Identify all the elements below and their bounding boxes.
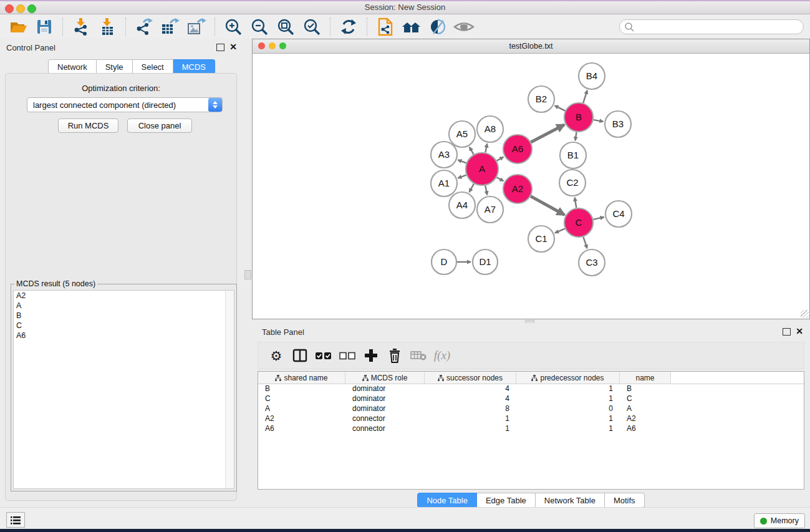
tab-network[interactable]: Network	[48, 59, 97, 74]
window-resize-grip[interactable]	[801, 310, 809, 318]
criterion-dropdown[interactable]: largest connected component (directed)	[27, 97, 223, 112]
tab-select[interactable]: Select	[133, 59, 173, 74]
zoom-fit-icon[interactable]	[272, 16, 299, 37]
float-panel-icon[interactable]	[216, 44, 224, 51]
table-cell[interactable]: A	[258, 404, 345, 414]
new-session-from-file-icon[interactable]	[372, 16, 398, 37]
graph-edge-C-C2[interactable]	[575, 198, 577, 208]
add-column-icon[interactable]	[359, 344, 383, 367]
zoom-out-icon[interactable]	[246, 16, 272, 37]
graph-edge-A2-C[interactable]	[531, 196, 564, 215]
show-columns-icon[interactable]	[288, 344, 312, 367]
graph-edge-B-B1[interactable]	[576, 132, 577, 141]
mcds-result-item[interactable]: B	[14, 311, 234, 321]
table-cell[interactable]: C	[620, 394, 671, 404]
table-cell[interactable]: A6	[620, 424, 671, 434]
refresh-icon[interactable]	[335, 16, 362, 37]
export-network-icon[interactable]	[131, 16, 157, 37]
close-panel-icon[interactable]: ✕	[229, 42, 237, 52]
network-canvas[interactable]: B4B2BB3A8A5A6A3B1AA1C2A2A4A7C4CC1C3DD1	[253, 54, 809, 319]
float-panel-icon[interactable]	[783, 328, 791, 336]
graph-edge-B-B2[interactable]	[555, 105, 566, 110]
show-hide-icon[interactable]	[451, 16, 477, 37]
mcds-result-item[interactable]: A6	[14, 331, 234, 341]
table-cell[interactable]: 1	[516, 384, 620, 394]
table-cell[interactable]: A	[620, 404, 671, 414]
mcds-result-list[interactable]: A2ABCA6	[13, 290, 234, 489]
home-icon[interactable]	[398, 16, 425, 37]
zoom-in-icon[interactable]	[220, 16, 246, 37]
graph-edge-A-A1[interactable]	[458, 175, 466, 178]
task-history-button[interactable]	[6, 512, 25, 528]
zoom-selected-icon[interactable]	[299, 16, 325, 37]
search-input[interactable]	[635, 21, 803, 32]
tab-edge-table[interactable]: Edge Table	[477, 493, 536, 508]
table-cell[interactable]: dominator	[345, 404, 425, 414]
tab-style[interactable]: Style	[97, 59, 133, 74]
network-canvas-svg[interactable]: B4B2BB3A8A5A6A3B1AA1C2A2A4A7C4CC1C3DD1	[253, 54, 809, 319]
table-cell[interactable]: 1	[516, 394, 620, 404]
table-cell[interactable]: B	[258, 384, 345, 394]
mcds-result-item[interactable]: A	[14, 301, 234, 311]
import-table-icon[interactable]	[94, 16, 120, 37]
table-cell[interactable]: 8	[425, 404, 516, 414]
table-cell[interactable]: 4	[425, 384, 516, 394]
graph-edge-B-B3[interactable]	[594, 120, 604, 122]
save-session-icon[interactable]	[31, 16, 57, 37]
graph-edge-A6-B[interactable]	[531, 125, 564, 142]
network-window-titlebar[interactable]: testGlobe.txt	[253, 39, 809, 54]
delete-column-icon[interactable]	[383, 344, 407, 367]
table-cell[interactable]: C	[258, 394, 345, 404]
export-table-icon[interactable]	[157, 16, 183, 37]
graph-edge-C-C3[interactable]	[583, 237, 587, 248]
graph-edge-A-A8[interactable]	[485, 144, 487, 153]
graph-edge-A-A3[interactable]	[458, 160, 466, 163]
table-cell[interactable]: 4	[425, 394, 516, 404]
table-cell[interactable]: B	[620, 384, 671, 394]
graph-edge-C-C4[interactable]	[593, 217, 604, 220]
column-header-name[interactable]: name	[620, 372, 671, 384]
column-header-successor-nodes[interactable]: successor nodes	[425, 372, 516, 384]
graph-edge-A-A4[interactable]	[470, 184, 474, 192]
deselect-all-icon[interactable]	[335, 344, 359, 367]
table-cell[interactable]: 1	[516, 414, 620, 424]
table-cell[interactable]: 1	[425, 414, 516, 424]
function-builder-icon[interactable]: f(x)	[430, 344, 454, 367]
close-panel-icon[interactable]: ✕	[796, 326, 803, 336]
graph-edge-A-A6[interactable]	[497, 157, 504, 161]
vertical-splitter[interactable]	[243, 39, 252, 507]
column-header-MCDS-role[interactable]: MCDS role	[345, 372, 425, 384]
graph-edge-A-A7[interactable]	[485, 185, 487, 195]
column-header-shared-name[interactable]: shared name	[258, 372, 345, 384]
column-header-predecessor-nodes[interactable]: predecessor nodes	[516, 372, 620, 384]
tab-mcds[interactable]: MCDS	[173, 59, 215, 74]
delete-table-icon[interactable]	[407, 344, 430, 367]
mcds-result-item[interactable]: A2	[14, 291, 234, 301]
table-cell[interactable]: connector	[345, 414, 425, 424]
table-cell[interactable]: 0	[516, 404, 620, 414]
memory-button[interactable]: Memory	[754, 513, 805, 528]
table-cell[interactable]: A6	[258, 424, 345, 434]
toggle-style-icon[interactable]	[425, 16, 451, 37]
table-cell[interactable]: A2	[258, 414, 345, 424]
tab-node-table[interactable]: Node Table	[417, 493, 477, 508]
table-cell[interactable]: dominator	[345, 384, 425, 394]
open-session-icon[interactable]	[5, 16, 31, 37]
table-settings-icon[interactable]: ⚙	[264, 344, 288, 367]
table-cell[interactable]: connector	[345, 424, 425, 434]
table-cell[interactable]: 1	[516, 424, 620, 434]
tab-motifs[interactable]: Motifs	[605, 493, 645, 508]
close-panel-button[interactable]: Close panel	[127, 118, 192, 133]
mcds-result-item[interactable]: C	[14, 321, 234, 331]
graph-edge-B-B4[interactable]	[583, 90, 587, 103]
graph-edge-A-A2[interactable]	[497, 177, 504, 181]
mcds-list-scrollbar[interactable]	[225, 291, 234, 488]
table-cell[interactable]: 1	[425, 424, 516, 434]
export-image-icon[interactable]	[183, 16, 210, 37]
import-network-icon[interactable]	[68, 16, 94, 37]
graph-edge-A-A5[interactable]	[470, 147, 474, 155]
select-all-icon[interactable]	[312, 344, 335, 367]
graph-edge-C-C1[interactable]	[555, 229, 565, 233]
table-cell[interactable]: dominator	[345, 394, 425, 404]
splitter-grip[interactable]	[244, 270, 251, 279]
